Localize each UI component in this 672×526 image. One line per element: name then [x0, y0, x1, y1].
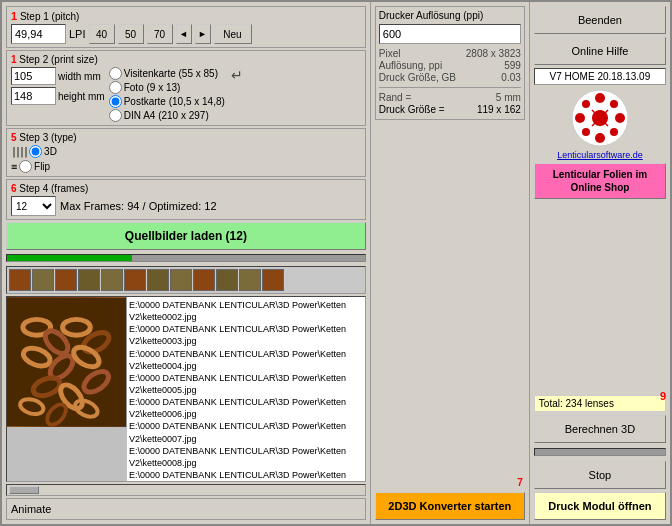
middle-spacer [375, 122, 525, 475]
druck-button[interactable]: Druck Modul öffnen [534, 492, 666, 520]
step3-row: |||| 3D ≡ Flip [11, 145, 361, 173]
right-spacer [534, 202, 666, 389]
width-label: width mm [58, 71, 101, 82]
aufloesung-value: 599 [504, 60, 521, 71]
thumb-11 [239, 269, 261, 291]
neu-button[interactable]: Neu [214, 24, 252, 44]
radio-visitenkarte[interactable]: Visitenkarte (55 x 85) [109, 67, 225, 80]
width-row: width mm [11, 67, 105, 85]
max-frames-label: Max Frames: 94 / Optimized: 12 [60, 200, 217, 212]
bars-icon: |||| [11, 146, 27, 157]
printer-label: Drucker Auflösung (ppi) [379, 10, 521, 21]
file-item-7: E:\0000 DATENBANK LENTICULAR\3D Power\Ke… [129, 469, 363, 481]
type-3d-row[interactable]: |||| 3D [11, 145, 57, 158]
thumb-9 [193, 269, 215, 291]
thumbnail-strip [6, 266, 366, 294]
radio-visitenkarte-label: Visitenkarte (55 x 85) [124, 68, 218, 79]
step3-label: 5 Step 3 (type) [11, 132, 361, 143]
file-list: E:\0000 DATENBANK LENTICULAR\3D Power\Ke… [127, 297, 365, 481]
middle-panel: Drucker Auflösung (ppi) Pixel 2808 x 382… [370, 2, 529, 524]
file-item-3: E:\0000 DATENBANK LENTICULAR\3D Power\Ke… [129, 372, 363, 396]
svg-point-19 [615, 113, 625, 123]
rand-value: 5 mm [496, 92, 521, 103]
svg-point-17 [595, 133, 605, 143]
lpi-input[interactable] [11, 24, 66, 44]
radio-postkarte-input[interactable] [109, 95, 122, 108]
online-hilfe-button[interactable]: Online Hilfe [534, 37, 666, 65]
aufloesung-row: Auflösung, ppi 599 [379, 60, 521, 71]
thumb-7 [147, 269, 169, 291]
step1-label: 1 Step 1 (pitch) [11, 10, 361, 22]
radio-dina4[interactable]: DIN A4 (210 x 297) [109, 109, 225, 122]
radio-foto-input[interactable] [109, 81, 122, 94]
beenden-button[interactable]: Beenden [534, 6, 666, 34]
right-progress-bar [534, 448, 666, 456]
next-lpi-button[interactable]: ► [195, 24, 211, 44]
return-arrow-icon: ↵ [231, 67, 243, 83]
radio-visitenkarte-input[interactable] [109, 67, 122, 80]
step4-title: Step 4 (frames) [19, 183, 88, 194]
thumb-10 [216, 269, 238, 291]
ppi-input[interactable] [379, 24, 521, 44]
file-item-2: E:\0000 DATENBANK LENTICULAR\3D Power\Ke… [129, 348, 363, 372]
preset-70-button[interactable]: 70 [147, 24, 173, 44]
svg-point-20 [582, 100, 590, 108]
progress-bar-container [6, 254, 366, 262]
total-lenses-box: Total: 234 lenses [534, 395, 666, 412]
thumb-4 [78, 269, 100, 291]
radio-postkarte-label: Postkarte (10,5 x 14,8) [124, 96, 225, 107]
thumb-1 [9, 269, 31, 291]
horizontal-scrollbar[interactable] [6, 484, 366, 496]
frames-select[interactable]: 12 [11, 196, 56, 216]
druck-groesse2-row: Druck Größe = 119 x 162 [379, 104, 521, 115]
step2-section: 1 Step 2 (print size) width mm height mm [6, 50, 366, 126]
druck-groesse-row: Druck Größe, GB 0.03 [379, 72, 521, 83]
version-label: V7 HOME 20.18.13.09 [534, 68, 666, 85]
width-input[interactable] [11, 67, 56, 85]
rand-row: Rand = 5 mm [379, 92, 521, 103]
radio-foto[interactable]: Foto (9 x 13) [109, 81, 225, 94]
step2-number: 1 [11, 54, 17, 65]
shop-button-label: Lenticular Folien im Online Shop [553, 169, 647, 193]
file-item-4: E:\0000 DATENBANK LENTICULAR\3D Power\Ke… [129, 396, 363, 420]
app-container: 1 Step 1 (pitch) LPI 40 50 70 ◄ ► Neu 1 … [0, 0, 672, 526]
logo-text[interactable]: Lenticularsoftware.de [557, 150, 643, 160]
step3-section: 5 Step 3 (type) |||| 3D ≡ Flip [6, 128, 366, 177]
step3-number: 5 [11, 132, 17, 143]
type-flip-row[interactable]: ≡ Flip [11, 160, 57, 173]
animate-button[interactable]: Animate [7, 499, 365, 519]
load-button[interactable]: Quellbilder laden (12) [6, 222, 366, 250]
konverter-button[interactable]: 2D3D Konverter starten [375, 492, 525, 520]
radio-dina4-input[interactable] [109, 109, 122, 122]
lines-icon: ≡ [11, 161, 17, 172]
step1-row: LPI 40 50 70 ◄ ► Neu [11, 24, 361, 44]
svg-point-18 [575, 113, 585, 123]
height-label: height mm [58, 91, 105, 102]
shop-button[interactable]: Lenticular Folien im Online Shop [534, 163, 666, 199]
radio-3d-input[interactable] [29, 145, 42, 158]
lpi-unit: LPI [69, 28, 86, 40]
file-item-5: E:\0000 DATENBANK LENTICULAR\3D Power\Ke… [129, 420, 363, 444]
content-area: E:\0000 DATENBANK LENTICULAR\3D Power\Ke… [6, 296, 366, 482]
stop-button[interactable]: Stop [534, 461, 666, 489]
logo-area: Lenticularsoftware.de [534, 88, 666, 160]
berechnen-button[interactable]: Berechnen 3D [534, 415, 666, 443]
step4-section: 6 Step 4 (frames) 12 Max Frames: 94 / Op… [6, 179, 366, 220]
rand-label: Rand = [379, 92, 412, 103]
aufloesung-label: Auflösung, ppi [379, 60, 442, 71]
radio-flip-input[interactable] [19, 160, 32, 173]
height-input[interactable] [11, 87, 56, 105]
right-panel: Beenden Online Hilfe V7 HOME 20.18.13.09 [529, 2, 670, 524]
thumb-5 [101, 269, 123, 291]
scrollbar-thumb[interactable] [9, 486, 39, 494]
radio-3d-label: 3D [44, 146, 57, 157]
svg-point-23 [610, 128, 618, 136]
radio-postkarte[interactable]: Postkarte (10,5 x 14,8) [109, 95, 225, 108]
preset-50-button[interactable]: 50 [118, 24, 144, 44]
prev-lpi-button[interactable]: ◄ [176, 24, 192, 44]
printer-section: Drucker Auflösung (ppi) Pixel 2808 x 382… [375, 6, 525, 120]
thumb-12 [262, 269, 284, 291]
preset-40-button[interactable]: 40 [89, 24, 115, 44]
pixel-value: 2808 x 3823 [466, 48, 521, 59]
step2-label: 1 Step 2 (print size) [11, 54, 361, 65]
